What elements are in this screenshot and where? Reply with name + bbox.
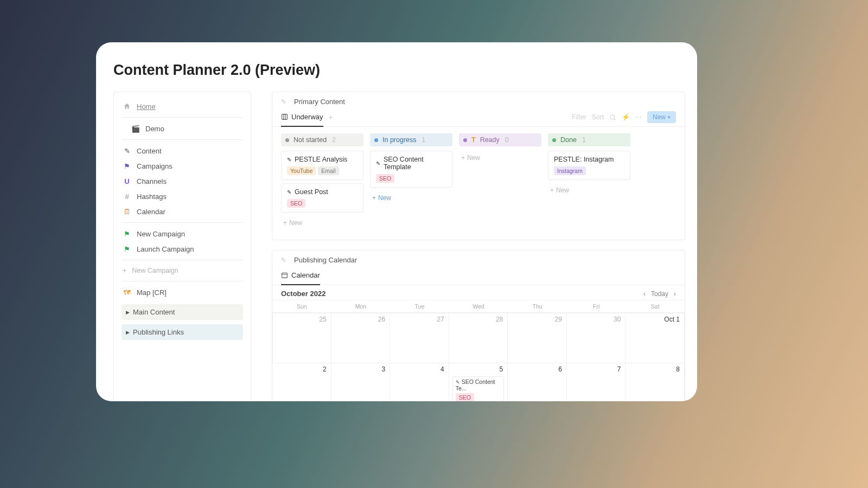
svg-rect-5 <box>282 273 288 278</box>
sidebar-home[interactable]: Home <box>122 99 243 114</box>
automations-icon[interactable]: ⚡ <box>622 113 630 121</box>
sort-button[interactable]: Sort <box>592 113 604 121</box>
sidebar-add-campaign[interactable]: + New Campaign <box>122 264 243 278</box>
tab-row: Underway + Filter Sort ⚡ ⋯ New ▾ <box>272 108 685 127</box>
flag-icon: ⚑ <box>123 162 131 170</box>
pencil-icon[interactable]: ✎ <box>281 98 286 106</box>
card-pestle-instagram[interactable]: PESTLE: Instagram Instagram <box>548 151 630 180</box>
cal-cell[interactable]: 28 <box>449 313 508 363</box>
sidebar-demo[interactable]: 🎬 Demo <box>122 121 243 136</box>
pencil-icon[interactable]: ✎ <box>281 256 286 264</box>
card-guest-post[interactable]: ✎Guest Post SEO <box>281 183 363 213</box>
add-card-button[interactable]: +New <box>281 216 363 230</box>
new-button[interactable]: New ▾ <box>647 111 676 123</box>
add-card-label: New <box>467 154 480 162</box>
card-seo-content-template[interactable]: ✎SEO Content Template SEO <box>370 151 452 188</box>
add-card-button[interactable]: +New <box>370 191 452 205</box>
cal-cell[interactable]: 6 <box>508 363 567 401</box>
add-card-button[interactable]: +New <box>548 183 630 197</box>
sidebar-campaigns[interactable]: ⚑ Campaigns <box>122 158 243 174</box>
day-wed: Wed <box>449 300 508 312</box>
plus-icon: + <box>372 194 376 202</box>
sidebar: Home 🎬 Demo ✎ Content ⚑ Campaigns U Chan… <box>113 92 251 401</box>
sidebar-demo-label: Demo <box>145 125 164 133</box>
column-count: 2 <box>332 136 336 144</box>
sidebar-section-main-content[interactable]: ▶ Main Content <box>122 304 243 320</box>
sidebar-map[interactable]: 🗺 Map [CR] <box>122 285 243 300</box>
filter-button[interactable]: Filter <box>572 113 586 121</box>
more-icon[interactable]: ⋯ <box>635 113 642 121</box>
svg-point-3 <box>610 115 615 119</box>
pencil-icon: ✎ <box>456 380 460 385</box>
add-card-button[interactable]: +New <box>459 151 541 165</box>
sidebar-channels-label: Channels <box>137 177 167 185</box>
app-window: Content Planner 2.0 (Preview) Home 🎬 Dem… <box>96 42 697 401</box>
panel-title: Publishing Calendar <box>294 256 357 264</box>
cal-cell[interactable]: 27 <box>390 313 449 363</box>
cal-cell[interactable]: 2 <box>272 363 331 401</box>
triangle-icon: ▶ <box>126 330 130 335</box>
event-title: SEO Content Te... <box>456 378 495 391</box>
sidebar-calendar[interactable]: 🗓 Calendar <box>122 204 243 219</box>
column-count: 0 <box>505 136 509 144</box>
tab-label: Calendar <box>291 271 320 279</box>
status-dot-icon <box>463 138 467 142</box>
column-header[interactable]: Done 1 <box>548 133 630 146</box>
status-dot-icon <box>552 138 556 142</box>
status-dot-icon <box>374 138 378 142</box>
cal-cell[interactable]: 7 <box>567 363 626 401</box>
cal-cell[interactable]: 30 <box>567 313 626 363</box>
column-header[interactable]: In progress 1 <box>370 133 452 146</box>
sidebar-home-label: Home <box>137 102 156 111</box>
hash-icon: # <box>123 192 131 201</box>
cal-cell[interactable]: Oct 1 <box>626 313 685 363</box>
plus-icon: + <box>461 154 465 162</box>
sidebar-launch-campaign[interactable]: ⚑ Launch Campaign <box>122 241 243 256</box>
cal-cell[interactable]: 8 <box>626 363 685 401</box>
publishing-calendar-panel: ✎ Publishing Calendar Calendar October 2… <box>272 250 685 401</box>
sidebar-launch-campaign-label: Launch Campaign <box>137 245 194 253</box>
sidebar-new-campaign[interactable]: ⚑ New Campaign <box>122 226 243 241</box>
cal-cell[interactable]: 26 <box>331 313 391 363</box>
sidebar-add-campaign-label: New Campaign <box>132 267 178 274</box>
column-header[interactable]: T Ready 0 <box>459 133 541 146</box>
cal-cell[interactable]: 5 ✎ SEO Content Te... SEO <box>449 363 508 401</box>
cal-cell[interactable]: 3 <box>331 363 391 401</box>
sidebar-content[interactable]: ✎ Content <box>122 143 243 158</box>
card-pestle-analysis[interactable]: ✎PESTLE Analysis YouTube Email <box>281 151 363 180</box>
sidebar-section-publishing-links[interactable]: ▶ Publishing Links <box>122 324 243 340</box>
tab-underway[interactable]: Underway <box>281 108 323 127</box>
column-label: Ready <box>480 136 500 144</box>
add-view-button[interactable]: + <box>329 113 333 121</box>
search-icon[interactable] <box>609 114 616 121</box>
card-title-label: PESTLE: Instagram <box>554 156 614 163</box>
sidebar-campaigns-label: Campaigns <box>137 162 173 170</box>
svg-rect-0 <box>282 114 288 120</box>
cal-cell[interactable]: 29 <box>508 313 567 363</box>
next-month-button[interactable]: › <box>674 290 676 298</box>
pencil-icon: ✎ <box>287 189 291 195</box>
tag-seo: SEO <box>376 174 394 183</box>
day-sun: Sun <box>272 300 331 312</box>
card-title-label: PESTLE Analysis <box>295 156 347 163</box>
calendar-month: October 2022 <box>281 290 326 298</box>
cal-cell[interactable]: 4 <box>390 363 449 401</box>
cal-cell[interactable]: 25 <box>272 313 331 363</box>
column-header[interactable]: Not started 2 <box>281 133 363 146</box>
calendar-event[interactable]: ✎ SEO Content Te... SEO <box>452 376 505 401</box>
sidebar-section-main-content-label: Main Content <box>133 308 175 316</box>
column-label: Not started <box>293 136 327 144</box>
sidebar-channels[interactable]: U Channels <box>122 174 243 189</box>
tab-calendar[interactable]: Calendar <box>281 266 320 285</box>
tag-email: Email <box>318 166 339 175</box>
card-title-label: SEO Content Template <box>384 156 446 171</box>
calendar-icon <box>281 272 288 279</box>
calendar-grid: 25 26 27 28 29 30 Oct 1 2 3 4 5 ✎ SEO Co… <box>272 312 685 401</box>
kanban-board: Not started 2 ✎PESTLE Analysis YouTube E… <box>272 127 685 240</box>
sidebar-hashtags[interactable]: # Hashtags <box>122 189 243 204</box>
column-count: 1 <box>582 136 586 144</box>
main-content: ✎ Primary Content Underway + Filter Sort <box>272 92 685 401</box>
add-card-label: New <box>289 219 302 227</box>
today-button[interactable]: Today <box>651 290 668 298</box>
prev-month-button[interactable]: ‹ <box>643 290 646 298</box>
